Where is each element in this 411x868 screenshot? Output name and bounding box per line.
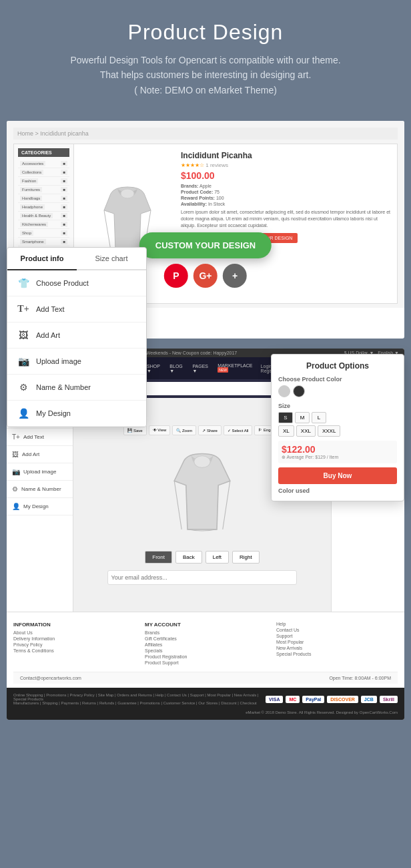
custom-design-button[interactable]: CUSTOM YOUR DESIGN (139, 232, 272, 258)
description-line1: Powerful Design Tools for Opencart is co… (13, 53, 398, 67)
left-popup-panel: Product info Size chart 👕 Choose Product… (7, 349, 147, 427)
paypal-icon: PayPal (302, 696, 324, 703)
cat-accessories[interactable]: Accessories■ (18, 160, 69, 168)
jcb-icon: JCB (361, 696, 377, 703)
footer-product-support[interactable]: Product Support (145, 660, 266, 665)
footer-bottom: Online Shopping | Promotions | Privacy P… (7, 688, 404, 720)
product-title: Incididunt Picanha (181, 151, 390, 160)
popup-name-number-label: Name & Number (36, 383, 91, 391)
canvas-hoodie (162, 444, 242, 544)
product-price: $100.00 (181, 170, 390, 181)
menu-name-number-label: Name & Number (21, 486, 61, 492)
footer-gift-cert[interactable]: Gift Certificates (145, 636, 266, 641)
avg-label: Average Per (287, 455, 313, 459)
footer-special-products[interactable]: Special Products (276, 652, 398, 656)
size-section: Size S M L XL XXL XXXL (278, 403, 397, 437)
nav-shop[interactable]: SHOP ▼ (147, 364, 164, 373)
front-view-btn[interactable]: Front (145, 551, 172, 564)
email-area (107, 570, 298, 585)
cat-kitchenwares[interactable]: Kitchenwares■ (18, 220, 69, 229)
categories-title: CATEGORIES (18, 148, 69, 157)
left-view-btn[interactable]: Left (206, 551, 229, 564)
footer-affiliates[interactable]: Affiliates (145, 642, 266, 647)
popup-upload-image-icon: 📷 (17, 356, 29, 367)
my-design-icon: 👤 (12, 503, 20, 510)
nav-marketplace[interactable]: MARKETPLACE NEW (218, 363, 260, 374)
footer-help[interactable]: Help (276, 622, 398, 626)
size-row-1: S M L (278, 412, 397, 423)
cat-collections[interactable]: Collections■ (18, 168, 69, 177)
footer-support[interactable]: Support (276, 634, 398, 638)
footer-specials[interactable]: Specials (145, 648, 266, 653)
pinterest-icon[interactable]: P (164, 264, 188, 288)
right-view-btn[interactable]: Right (232, 551, 260, 564)
cat-headphone[interactable]: Headphone■ (18, 203, 69, 212)
color-used-section: Color used (278, 487, 397, 494)
cat-shop[interactable]: Shop■ (18, 229, 69, 238)
nav-blog[interactable]: BLOG ▼ (169, 364, 187, 373)
right-popup-title: Product Options (278, 361, 397, 371)
size-l-btn[interactable]: L (312, 412, 326, 423)
select-all-btn[interactable]: ✓ Select All (224, 425, 252, 435)
size-option-label: Size (278, 403, 397, 409)
add-more-icon[interactable]: + (223, 264, 247, 288)
size-row-2: XL XXL XXXL (278, 425, 397, 437)
size-xl-btn[interactable]: XL (278, 425, 294, 437)
menu-upload-image[interactable]: 📷 Upload image (7, 463, 73, 481)
back-view-btn[interactable]: Back (175, 551, 202, 564)
cat-handbags[interactable]: Handbags■ (18, 194, 69, 203)
name-number-icon: ⚙ (12, 485, 18, 493)
color-swatch-gray[interactable] (278, 385, 290, 397)
menu-name-number[interactable]: ⚙ Name & Number (7, 481, 73, 498)
menu-add-art[interactable]: 🖼 Add Art (7, 446, 73, 463)
cat-smartphone[interactable]: Smartphone■ (18, 238, 69, 246)
skrill-icon: Skrill (380, 696, 398, 703)
cat-health[interactable]: Health & Beauty■ (18, 212, 69, 220)
menu-my-design[interactable]: 👤 My Design (7, 498, 73, 515)
svg-point-0 (121, 189, 134, 198)
footer-terms[interactable]: Terms & Conditions (13, 648, 135, 653)
popup-upload-image[interactable]: 📷 Upload image (7, 349, 146, 375)
size-xxxl-btn[interactable]: XXXL (318, 425, 340, 437)
size-m-btn[interactable]: M (295, 412, 310, 423)
footer-about[interactable]: About Us (13, 630, 135, 635)
footer-content: INFORMATION About Us Delivery Informatio… (7, 612, 404, 688)
avg-price-value: $129 / Item (315, 455, 338, 459)
footer-new-arrivals[interactable]: New Arrivals (276, 646, 398, 650)
footer-columns: INFORMATION About Us Delivery Informatio… (13, 616, 398, 672)
reward-row: Reward Points: 100 (181, 196, 390, 200)
cat-fashion[interactable]: Fashion■ (18, 177, 69, 186)
footer-product-reg[interactable]: Product Registration (145, 654, 266, 659)
size-xxl-btn[interactable]: XXL (296, 425, 316, 437)
popup-my-design[interactable]: 👤 My Design (7, 401, 146, 427)
popup-my-design-icon: 👤 (17, 408, 29, 419)
add-text-icon: T+ (12, 433, 20, 441)
avg-price-display: ⊕ Average Per: $129 / Item (282, 455, 394, 460)
copyright-text: eMarket © 2018 Demo Store. All Rights Re… (13, 710, 398, 714)
menu-add-text[interactable]: T+ Add Text (7, 429, 73, 446)
gplus-icon[interactable]: G+ (193, 264, 218, 288)
social-icons-row: P G+ + (139, 264, 272, 288)
menu-upload-image-label: Upload image (23, 469, 56, 475)
email-input[interactable] (107, 570, 298, 585)
footer-brands[interactable]: Brands (145, 630, 266, 635)
buy-now-button[interactable]: Buy Now (278, 467, 397, 484)
share-btn[interactable]: ↗ Share (198, 425, 222, 435)
popup-name-number-icon: ⚙ (17, 382, 29, 393)
popup-name-number[interactable]: ⚙ Name & Number (7, 375, 146, 401)
footer-account-title: MY ACCOUNT (145, 622, 266, 628)
color-swatch-black[interactable] (293, 385, 305, 397)
zoom-btn[interactable]: 🔍 Zoom (172, 425, 196, 435)
footer-most-popular[interactable]: Most Popular (276, 640, 398, 644)
contact-bar: Contact@opencartworks.com Open Time: 8:0… (13, 672, 398, 684)
nav-pages[interactable]: PAGES ▼ (192, 364, 212, 373)
cat-furnitures[interactable]: Furnitures■ (18, 186, 69, 194)
view-btn[interactable]: 👁 View (149, 425, 171, 435)
size-s-btn[interactable]: S (278, 412, 293, 423)
footer-contact[interactable]: Contact Us (276, 628, 398, 632)
footer-info-title: INFORMATION (13, 622, 135, 628)
right-popup-panel: Product Options Choose Product Color Siz… (271, 354, 404, 501)
color-option-label: Choose Product Color (278, 376, 397, 383)
footer-delivery[interactable]: Delivery Information (13, 636, 135, 641)
footer-privacy[interactable]: Privacy Policy (13, 642, 135, 647)
